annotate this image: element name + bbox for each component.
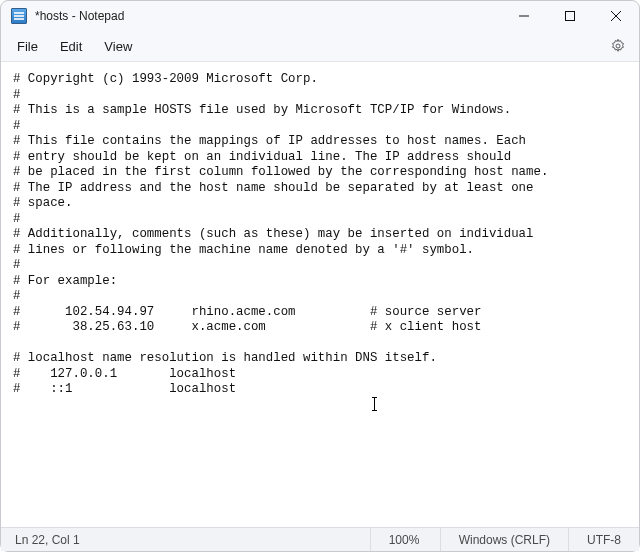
text-editor[interactable]: # Copyright (c) 1993-2009 Microsoft Corp…	[1, 61, 639, 527]
editor-content: # Copyright (c) 1993-2009 Microsoft Corp…	[13, 72, 627, 398]
window-controls	[501, 1, 639, 31]
status-position: Ln 22, Col 1	[1, 528, 370, 551]
maximize-icon	[565, 11, 575, 21]
maximize-button[interactable]	[547, 1, 593, 31]
minimize-icon	[519, 11, 529, 21]
text-caret	[374, 397, 375, 411]
close-icon	[611, 11, 621, 21]
menu-file[interactable]: File	[7, 35, 48, 58]
svg-rect-1	[566, 12, 575, 21]
notepad-app-icon	[11, 8, 27, 24]
settings-button[interactable]	[603, 31, 633, 61]
menu-edit[interactable]: Edit	[50, 35, 92, 58]
svg-point-4	[616, 44, 620, 48]
menu-bar: File Edit View	[1, 31, 639, 61]
status-zoom[interactable]: 100%	[370, 528, 440, 551]
menu-view[interactable]: View	[94, 35, 142, 58]
notepad-window: *hosts - Notepad File Edit View # Copyri…	[0, 0, 640, 552]
status-line-ending: Windows (CRLF)	[440, 528, 568, 551]
status-encoding: UTF-8	[568, 528, 639, 551]
gear-icon	[610, 38, 626, 54]
status-bar: Ln 22, Col 1 100% Windows (CRLF) UTF-8	[1, 527, 639, 551]
close-button[interactable]	[593, 1, 639, 31]
minimize-button[interactable]	[501, 1, 547, 31]
window-title: *hosts - Notepad	[35, 9, 124, 23]
title-bar[interactable]: *hosts - Notepad	[1, 1, 639, 31]
